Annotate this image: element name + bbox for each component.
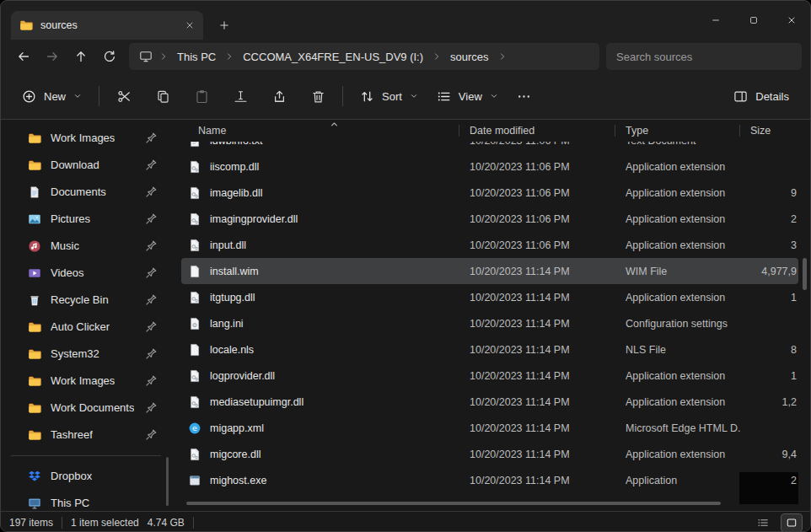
refresh-button[interactable] [95,43,124,70]
thumbnail-view-toggle[interactable] [781,514,802,531]
file-row-logprovider-dll[interactable]: logprovider.dll10/20/2023 11:14 PMApplic… [181,363,798,389]
chevron-right-icon[interactable] [158,51,169,62]
chevron-right-icon[interactable] [497,51,508,62]
file-name: mediasetupuimgr.dll [210,396,303,408]
cut-button[interactable] [107,81,141,111]
view-button-label: View [459,90,482,103]
tab-close-icon[interactable] [185,20,195,30]
horizontal-scrollbar-thumb[interactable] [186,502,721,505]
sidebar-item-dropbox[interactable]: Dropbox [4,463,168,489]
back-button[interactable] [9,43,38,70]
new-button[interactable]: New [13,81,91,111]
sidebar-item-pictures[interactable]: Pictures [4,206,168,232]
sidebar-item-tashreef[interactable]: Tashreef [4,422,168,448]
pin-icon [144,347,158,361]
file-type-cell: Configuration settings [615,318,740,330]
file-name-cell: migcore.dll [181,448,459,461]
up-button[interactable] [67,43,95,70]
copy-button[interactable] [146,81,180,111]
chevron-down-icon [410,92,418,100]
breadcrumb: This PC CCCOMA_X64FRE_EN-US_DV9 (I:) sou… [129,43,599,70]
delete-button[interactable] [301,81,335,111]
file-row-mighost-exe[interactable]: mighost.exe10/20/2023 11:14 PMApplicatio… [181,467,798,493]
sidebar-item-download[interactable]: Download [4,152,168,178]
file-size-cell: 2 [740,475,798,486]
file-row-lang-ini[interactable]: lang.ini10/20/2023 11:14 PMConfiguration… [181,310,798,336]
up-icon [74,50,88,63]
file-date-cell: 10/20/2023 11:14 PM [459,475,615,486]
view-button[interactable]: View [427,81,508,111]
minimize-button[interactable] [696,1,734,40]
file-date-cell: 10/20/2023 11:14 PM [459,370,615,382]
sidebar-item-work-documents[interactable]: Work Documents [4,395,168,421]
file-list-pane: Name Date modified Type Size idwbinfo.tx… [171,120,798,511]
sidebar-item-videos[interactable]: Videos [4,260,168,286]
folder-icon [19,19,33,32]
sidebar-item-work-images[interactable]: Work Images [4,368,168,394]
pin-icon [144,320,158,334]
column-header-name[interactable]: Name [181,120,459,142]
selection-count: 1 item selected [71,517,139,529]
file-row-migapp-xml[interactable]: emigapp.xml10/20/2023 11:14 PMMicrosoft … [181,415,798,441]
dll-file-icon [188,160,201,174]
file-row-iiscomp-dll[interactable]: iiscomp.dll10/20/2023 11:06 PMApplicatio… [181,153,798,180]
breadcrumb-item-this-pc[interactable]: This PC [171,48,222,66]
sidebar-item-auto-clicker[interactable]: Auto Clicker [4,314,168,340]
search-input[interactable] [616,51,792,63]
file-name: input.dll [210,239,246,251]
paste-button[interactable] [185,81,218,111]
sort-button[interactable]: Sort [351,81,427,111]
chevron-right-icon[interactable] [224,51,234,62]
file-row-mediasetupuimgr-dll[interactable]: mediasetupuimgr.dll10/20/2023 11:14 PMAp… [181,389,798,415]
command-bar: New Sort View Details [1,73,810,120]
sidebar-item-this-pc[interactable]: This PC [4,490,168,511]
details-view-toggle[interactable] [753,514,773,531]
file-date-cell: 10/20/2023 11:14 PM [459,422,615,434]
rename-button[interactable] [223,81,257,111]
file-name-cell: imagelib.dll [181,186,459,200]
new-tab-button[interactable] [218,19,230,31]
column-header-size[interactable]: Size [740,120,798,142]
file-row-itgtupg-dll[interactable]: itgtupg.dll10/20/2023 11:14 PMApplicatio… [181,284,798,310]
new-button-label: New [44,90,66,103]
file-row-locale-nls[interactable]: locale.nls10/20/2023 11:14 PMNLS File8 [181,336,798,363]
file-date-cell: 10/20/2023 11:06 PM [459,239,615,251]
search-box[interactable] [606,43,802,70]
column-header-type[interactable]: Type [615,120,740,142]
forward-button[interactable] [38,43,67,70]
breadcrumb-item-drive[interactable]: CCCOMA_X64FRE_EN-US_DV9 (I:) [237,48,429,66]
sidebar-scrollbar-thumb[interactable] [166,457,169,506]
sidebar-item-system32[interactable]: System32 [4,341,168,367]
file-row-migcore-dll[interactable]: migcore.dll10/20/2023 11:14 PMApplicatio… [181,441,798,467]
file-row-imagelib-dll[interactable]: imagelib.dll10/20/2023 11:06 PMApplicati… [181,180,798,206]
file-row-imagingprovider-dll[interactable]: imagingprovider.dll10/20/2023 11:06 PMAp… [181,206,798,232]
rename-icon [234,89,248,104]
file-row-input-dll[interactable]: input.dll10/20/2023 11:06 PMApplication … [181,232,798,258]
maximize-button[interactable] [734,1,772,40]
share-button[interactable] [262,81,296,111]
list-view-icon [757,517,769,529]
tab-sources[interactable]: sources [11,11,203,40]
sidebar-item-music[interactable]: Music [4,233,168,259]
vertical-scrollbar[interactable] [798,120,810,511]
more-options-button[interactable] [508,81,541,111]
vertical-scrollbar-thumb[interactable] [803,258,807,290]
file-name: itgtupg.dll [210,292,255,304]
file-row-idwbinfo-txt[interactable]: idwbinfo.txt10/20/2023 11:06 PMText Docu… [181,142,798,153]
file-row-install-wim[interactable]: install.wim10/20/2023 11:14 PMWIM File4,… [181,258,798,284]
pictures-icon [28,212,41,226]
dll-file-icon [188,448,201,461]
details-pane-icon [733,89,748,104]
sidebar-item-work-images[interactable]: Work Images [4,125,168,151]
sidebar-item-recycle-bin[interactable]: Recycle Bin [4,287,168,313]
close-button[interactable] [772,1,810,40]
sidebar-item-label: Download [51,159,99,171]
toolbar-divider [99,86,99,106]
pin-icon [144,212,158,226]
details-button[interactable]: Details [724,81,798,111]
breadcrumb-item-sources[interactable]: sources [444,48,495,66]
file-date-cell: 10/20/2023 11:06 PM [459,161,615,173]
chevron-right-icon[interactable] [432,51,442,62]
sidebar-item-documents[interactable]: Documents [4,179,168,205]
column-header-date-modified[interactable]: Date modified [459,120,615,142]
